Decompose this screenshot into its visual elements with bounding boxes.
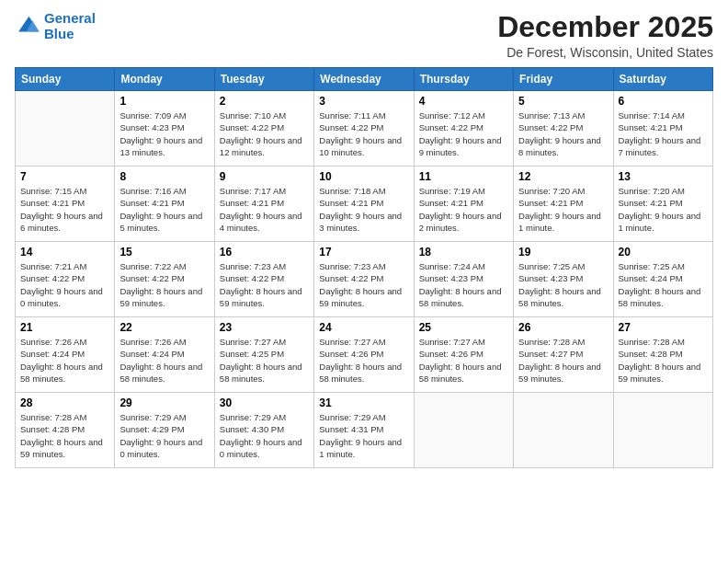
day-info: Sunrise: 7:09 AM Sunset: 4:23 PM Dayligh… — [119, 109, 209, 158]
header-row: Sunday Monday Tuesday Wednesday Thursday… — [16, 68, 713, 91]
col-sunday: Sunday — [16, 68, 115, 91]
day-info: Sunrise: 7:26 AM Sunset: 4:24 PM Dayligh… — [20, 336, 109, 385]
day-info: Sunrise: 7:27 AM Sunset: 4:26 PM Dayligh… — [319, 336, 408, 385]
day-cell: 17Sunrise: 7:23 AM Sunset: 4:22 PM Dayli… — [314, 242, 414, 317]
location: De Forest, Wisconsin, United States — [497, 45, 713, 60]
logo-text: General Blue — [44, 11, 96, 41]
day-cell — [16, 91, 115, 167]
day-cell: 4Sunrise: 7:12 AM Sunset: 4:22 PM Daylig… — [414, 91, 513, 167]
day-cell: 26Sunrise: 7:28 AM Sunset: 4:27 PM Dayli… — [514, 317, 613, 393]
day-number: 29 — [119, 396, 209, 409]
week-row-0: 1Sunrise: 7:09 AM Sunset: 4:23 PM Daylig… — [16, 91, 713, 167]
day-info: Sunrise: 7:10 AM Sunset: 4:22 PM Dayligh… — [220, 109, 309, 158]
header: General Blue December 2025 De Forest, Wi… — [15, 11, 713, 60]
page: General Blue December 2025 De Forest, Wi… — [0, 0, 728, 563]
day-number: 4 — [419, 95, 508, 108]
day-number: 12 — [518, 170, 608, 183]
day-info: Sunrise: 7:15 AM Sunset: 4:21 PM Dayligh… — [20, 185, 109, 234]
day-number: 28 — [20, 396, 109, 409]
day-cell: 9Sunrise: 7:17 AM Sunset: 4:21 PM Daylig… — [214, 167, 313, 242]
day-cell: 22Sunrise: 7:26 AM Sunset: 4:24 PM Dayli… — [115, 317, 214, 393]
day-number: 15 — [119, 246, 209, 259]
day-number: 6 — [619, 95, 708, 108]
logo-icon — [15, 14, 40, 40]
day-info: Sunrise: 7:20 AM Sunset: 4:21 PM Dayligh… — [518, 185, 608, 234]
day-number: 31 — [319, 396, 408, 409]
day-number: 18 — [419, 246, 508, 259]
day-info: Sunrise: 7:18 AM Sunset: 4:21 PM Dayligh… — [319, 185, 408, 234]
col-saturday: Saturday — [613, 68, 712, 91]
day-info: Sunrise: 7:25 AM Sunset: 4:23 PM Dayligh… — [518, 260, 608, 309]
day-cell: 31Sunrise: 7:29 AM Sunset: 4:31 PM Dayli… — [314, 393, 414, 468]
day-cell: 2Sunrise: 7:10 AM Sunset: 4:22 PM Daylig… — [214, 91, 313, 167]
day-number: 26 — [518, 321, 608, 334]
day-info: Sunrise: 7:17 AM Sunset: 4:21 PM Dayligh… — [220, 185, 309, 234]
day-info: Sunrise: 7:27 AM Sunset: 4:26 PM Dayligh… — [419, 336, 508, 385]
col-tuesday: Tuesday — [214, 68, 313, 91]
day-number: 23 — [220, 321, 309, 334]
day-cell: 30Sunrise: 7:29 AM Sunset: 4:30 PM Dayli… — [214, 393, 313, 468]
day-info: Sunrise: 7:22 AM Sunset: 4:22 PM Dayligh… — [119, 260, 209, 309]
day-cell: 14Sunrise: 7:21 AM Sunset: 4:22 PM Dayli… — [16, 242, 115, 317]
day-number: 27 — [619, 321, 708, 334]
day-cell: 25Sunrise: 7:27 AM Sunset: 4:26 PM Dayli… — [414, 317, 513, 393]
day-info: Sunrise: 7:20 AM Sunset: 4:21 PM Dayligh… — [619, 185, 708, 234]
day-info: Sunrise: 7:28 AM Sunset: 4:28 PM Dayligh… — [619, 336, 708, 385]
col-thursday: Thursday — [414, 68, 513, 91]
week-row-2: 14Sunrise: 7:21 AM Sunset: 4:22 PM Dayli… — [16, 242, 713, 317]
day-cell: 29Sunrise: 7:29 AM Sunset: 4:29 PM Dayli… — [115, 393, 214, 468]
day-cell: 10Sunrise: 7:18 AM Sunset: 4:21 PM Dayli… — [314, 167, 414, 242]
day-number: 25 — [419, 321, 508, 334]
day-info: Sunrise: 7:23 AM Sunset: 4:22 PM Dayligh… — [319, 260, 408, 309]
day-number: 3 — [319, 95, 408, 108]
day-cell — [414, 393, 513, 468]
calendar-header: Sunday Monday Tuesday Wednesday Thursday… — [16, 68, 713, 91]
col-friday: Friday — [514, 68, 613, 91]
day-cell: 1Sunrise: 7:09 AM Sunset: 4:23 PM Daylig… — [115, 91, 214, 167]
day-cell: 27Sunrise: 7:28 AM Sunset: 4:28 PM Dayli… — [613, 317, 712, 393]
logo-line1: General — [44, 10, 96, 26]
calendar: Sunday Monday Tuesday Wednesday Thursday… — [15, 67, 713, 468]
day-number: 13 — [619, 170, 708, 183]
day-info: Sunrise: 7:12 AM Sunset: 4:22 PM Dayligh… — [419, 109, 508, 158]
day-info: Sunrise: 7:25 AM Sunset: 4:24 PM Dayligh… — [619, 260, 708, 309]
day-number: 17 — [319, 246, 408, 259]
day-cell: 15Sunrise: 7:22 AM Sunset: 4:22 PM Dayli… — [115, 242, 214, 317]
month-title: December 2025 — [497, 11, 713, 43]
day-info: Sunrise: 7:23 AM Sunset: 4:22 PM Dayligh… — [220, 260, 309, 309]
day-cell: 7Sunrise: 7:15 AM Sunset: 4:21 PM Daylig… — [16, 167, 115, 242]
day-info: Sunrise: 7:13 AM Sunset: 4:22 PM Dayligh… — [518, 109, 608, 158]
day-number: 20 — [619, 246, 708, 259]
col-monday: Monday — [115, 68, 214, 91]
day-info: Sunrise: 7:27 AM Sunset: 4:25 PM Dayligh… — [220, 336, 309, 385]
day-info: Sunrise: 7:24 AM Sunset: 4:23 PM Dayligh… — [419, 260, 508, 309]
day-number: 10 — [319, 170, 408, 183]
day-info: Sunrise: 7:29 AM Sunset: 4:30 PM Dayligh… — [220, 411, 309, 460]
day-cell: 11Sunrise: 7:19 AM Sunset: 4:21 PM Dayli… — [414, 167, 513, 242]
day-info: Sunrise: 7:11 AM Sunset: 4:22 PM Dayligh… — [319, 109, 408, 158]
day-cell: 3Sunrise: 7:11 AM Sunset: 4:22 PM Daylig… — [314, 91, 414, 167]
day-number: 7 — [20, 170, 109, 183]
day-cell: 28Sunrise: 7:28 AM Sunset: 4:28 PM Dayli… — [16, 393, 115, 468]
day-number: 8 — [119, 170, 209, 183]
day-cell: 16Sunrise: 7:23 AM Sunset: 4:22 PM Dayli… — [214, 242, 313, 317]
day-number: 24 — [319, 321, 408, 334]
day-info: Sunrise: 7:19 AM Sunset: 4:21 PM Dayligh… — [419, 185, 508, 234]
day-number: 22 — [119, 321, 209, 334]
week-row-4: 28Sunrise: 7:28 AM Sunset: 4:28 PM Dayli… — [16, 393, 713, 468]
week-row-1: 7Sunrise: 7:15 AM Sunset: 4:21 PM Daylig… — [16, 167, 713, 242]
day-number: 1 — [119, 95, 209, 108]
day-cell — [613, 393, 712, 468]
day-cell: 20Sunrise: 7:25 AM Sunset: 4:24 PM Dayli… — [613, 242, 712, 317]
day-info: Sunrise: 7:21 AM Sunset: 4:22 PM Dayligh… — [20, 260, 109, 309]
day-number: 14 — [20, 246, 109, 259]
day-cell: 19Sunrise: 7:25 AM Sunset: 4:23 PM Dayli… — [514, 242, 613, 317]
day-cell: 23Sunrise: 7:27 AM Sunset: 4:25 PM Dayli… — [214, 317, 313, 393]
day-cell: 18Sunrise: 7:24 AM Sunset: 4:23 PM Dayli… — [414, 242, 513, 317]
logo-line2: Blue — [44, 26, 74, 41]
day-number: 16 — [220, 246, 309, 259]
day-number: 30 — [220, 396, 309, 409]
day-info: Sunrise: 7:26 AM Sunset: 4:24 PM Dayligh… — [119, 336, 209, 385]
day-cell: 8Sunrise: 7:16 AM Sunset: 4:21 PM Daylig… — [115, 167, 214, 242]
week-row-3: 21Sunrise: 7:26 AM Sunset: 4:24 PM Dayli… — [16, 317, 713, 393]
